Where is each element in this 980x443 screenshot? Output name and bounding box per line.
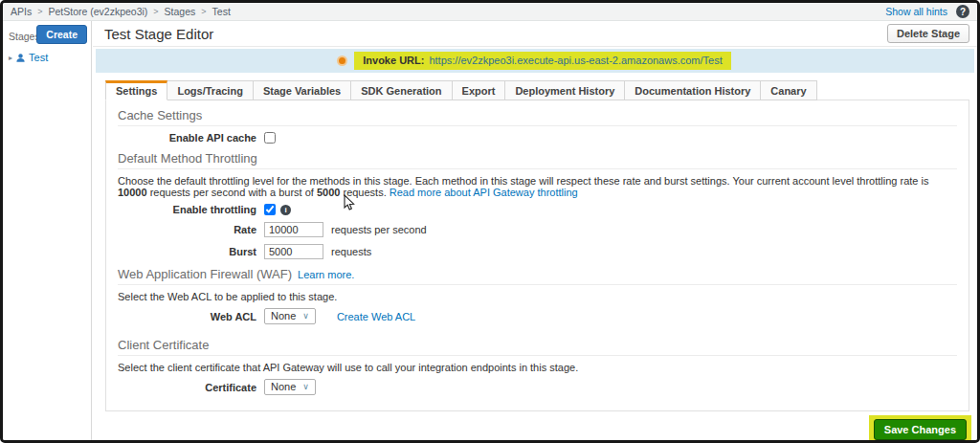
certificate-label: Certificate xyxy=(118,382,256,393)
delete-stage-button[interactable]: Delete Stage xyxy=(887,24,969,43)
throttling-read-more-link[interactable]: Read more about API Gateway throttling xyxy=(390,187,578,198)
enable-api-cache-row: Enable API cache xyxy=(118,132,957,144)
hint-dot-icon[interactable] xyxy=(339,57,345,64)
certificate-selected-value: None xyxy=(271,381,296,392)
save-row: Save Changes xyxy=(93,415,971,443)
throttling-desc-text: Choose the default throttling level for … xyxy=(118,175,928,187)
tab-settings[interactable]: Settings xyxy=(105,80,167,100)
web-acl-select[interactable]: None ∨ xyxy=(264,308,316,324)
topbar-right: Show all hints ? xyxy=(885,5,969,18)
stages-sidebar: Stages Create ▸ Test xyxy=(3,21,92,440)
rate-input[interactable] xyxy=(264,222,323,237)
save-highlight: Save Changes xyxy=(869,415,971,443)
tags-heading: Tags xyxy=(118,409,957,411)
throttling-desc-text: requests. xyxy=(340,187,389,198)
tab-stage-variables[interactable]: Stage Variables xyxy=(254,80,351,100)
throttling-heading: Default Method Throttling xyxy=(118,151,957,169)
cache-settings-heading: Cache Settings xyxy=(118,108,957,126)
sidebar-item-label: Test xyxy=(29,52,48,63)
rate-label: Rate xyxy=(118,224,256,235)
burst-input[interactable] xyxy=(264,244,323,259)
invoke-url-highlight: Invoke URL: https://ev2zkpeo3i.execute-a… xyxy=(354,52,731,70)
waf-title: Web Application Firewall (WAF) xyxy=(118,267,292,281)
breadcrumb-petstore[interactable]: PetStore (ev2zkpeo3i) xyxy=(48,6,147,17)
invoke-url-link[interactable]: https://ev2zkpeo3i.execute-api.us-east-2… xyxy=(429,55,722,66)
invoke-url-label: Invoke URL: xyxy=(363,55,424,66)
create-web-acl-link[interactable]: Create Web ACL xyxy=(337,311,415,322)
sidebar-header: Stages Create xyxy=(3,21,91,46)
breadcrumb-separator: > xyxy=(37,7,42,16)
create-stage-button[interactable]: Create xyxy=(36,25,87,44)
breadcrumb: APIs > PetStore (ev2zkpeo3i) > Stages > … xyxy=(3,3,977,21)
stage-tabs: Settings Logs/Tracing Stage Variables SD… xyxy=(105,80,969,100)
stage-user-icon xyxy=(15,53,26,63)
client-certificate-heading: Client Certificate xyxy=(118,338,957,356)
burst-label: Burst xyxy=(118,246,256,257)
main-header: Test Stage Editor Delete Stage xyxy=(93,21,977,47)
enable-api-cache-checkbox[interactable] xyxy=(264,132,276,144)
account-burst-value: 5000 xyxy=(317,187,340,198)
web-acl-selected-value: None xyxy=(271,310,296,321)
tab-canary[interactable]: Canary xyxy=(761,80,816,100)
settings-panel: Cache Settings Enable API cache Default … xyxy=(105,100,969,411)
breadcrumb-test[interactable]: Test xyxy=(212,6,231,17)
rate-row: Rate requests per second xyxy=(118,222,957,237)
breadcrumb-separator: > xyxy=(201,7,206,16)
burst-unit-label: requests xyxy=(331,246,371,257)
show-all-hints-link[interactable]: Show all hints xyxy=(885,6,947,17)
sidebar-item-test-stage[interactable]: ▸ Test xyxy=(3,46,91,67)
sidebar-title: Stages xyxy=(9,31,40,42)
breadcrumb-apis[interactable]: APIs xyxy=(11,6,32,17)
tab-sdk-generation[interactable]: SDK Generation xyxy=(351,80,452,100)
caret-right-icon[interactable]: ▸ xyxy=(9,54,12,62)
enable-throttling-row: Enable throttling i xyxy=(118,204,957,215)
page-title: Test Stage Editor xyxy=(104,26,213,42)
info-icon[interactable]: i xyxy=(280,205,291,215)
tab-deployment-history[interactable]: Deployment History xyxy=(505,80,625,100)
tab-documentation-history[interactable]: Documentation History xyxy=(625,80,761,100)
enable-throttling-checkbox[interactable] xyxy=(264,204,276,215)
breadcrumb-separator: > xyxy=(153,7,158,16)
account-rate-value: 10000 xyxy=(118,187,147,198)
save-changes-button[interactable]: Save Changes xyxy=(874,419,967,440)
chevron-down-icon: ∨ xyxy=(302,311,309,321)
waf-learn-more-link[interactable]: Learn more. xyxy=(298,269,354,280)
throttling-desc-text: requests per second with a burst of xyxy=(147,187,317,198)
waf-description: Select the Web ACL to be applied to this… xyxy=(118,291,957,302)
app-window: APIs > PetStore (ev2zkpeo3i) > Stages > … xyxy=(0,0,980,443)
invoke-url-banner: Invoke URL: https://ev2zkpeo3i.execute-a… xyxy=(96,49,974,73)
certificate-select[interactable]: None ∨ xyxy=(264,379,316,395)
client-certificate-description: Select the client certificate that API G… xyxy=(118,362,957,373)
web-acl-label: Web ACL xyxy=(118,311,256,322)
chevron-down-icon: ∨ xyxy=(302,382,309,391)
enable-throttling-label: Enable throttling xyxy=(118,204,256,215)
help-icon[interactable]: ? xyxy=(956,5,969,18)
tab-logs-tracing[interactable]: Logs/Tracing xyxy=(167,80,253,100)
throttling-description: Choose the default throttling level for … xyxy=(118,175,957,198)
main-content: Test Stage Editor Delete Stage Invoke UR… xyxy=(93,21,977,440)
enable-api-cache-label: Enable API cache xyxy=(118,132,256,144)
certificate-row: Certificate None ∨ xyxy=(118,379,957,395)
tab-export[interactable]: Export xyxy=(453,80,506,100)
breadcrumb-stages[interactable]: Stages xyxy=(165,6,196,17)
waf-heading: Web Application Firewall (WAF)Learn more… xyxy=(118,267,957,285)
burst-row: Burst requests xyxy=(118,244,957,259)
rate-unit-label: requests per second xyxy=(331,224,427,235)
web-acl-row: Web ACL None ∨ Create Web ACL xyxy=(118,308,957,324)
